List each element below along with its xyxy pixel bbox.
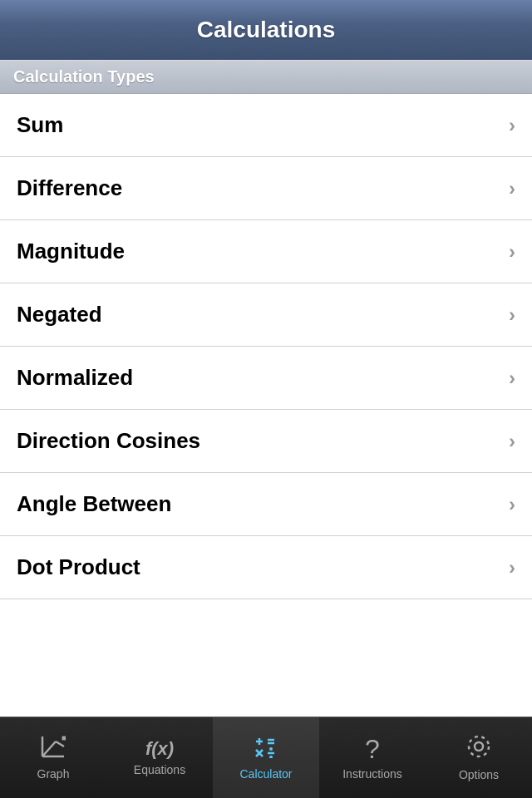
tab-calculator[interactable]: Calculator	[213, 717, 319, 798]
svg-point-13	[269, 747, 273, 751]
list-item-normalized[interactable]: Normalized ›	[0, 347, 532, 410]
list-item-label-angle-between: Angle Between	[17, 491, 171, 517]
chevron-icon-magnitude: ›	[509, 240, 515, 264]
chevron-icon-negated: ›	[509, 303, 515, 327]
tab-equations-label: Equations	[134, 763, 185, 776]
svg-point-14	[269, 756, 273, 758]
options-icon	[466, 734, 491, 763]
page-title: Calculations	[197, 17, 335, 43]
tab-instructions-label: Instructions	[342, 767, 402, 781]
tab-equations[interactable]: f(x) Equations	[106, 717, 213, 798]
app-header: Calculations	[0, 0, 532, 60]
list-item-magnitude[interactable]: Magnitude ›	[0, 220, 532, 283]
list-item-label-direction-cosines: Direction Cosines	[17, 428, 200, 454]
chevron-icon-dot-product: ›	[509, 556, 515, 579]
calculator-icon	[253, 735, 279, 762]
list-item-direction-cosines[interactable]: Direction Cosines ›	[0, 410, 532, 473]
tab-instructions[interactable]: ? Instructions	[319, 717, 426, 798]
list-item-difference[interactable]: Difference ›	[0, 157, 532, 220]
svg-point-15	[475, 742, 483, 751]
chevron-icon-direction-cosines: ›	[509, 430, 515, 453]
svg-line-3	[56, 741, 64, 746]
svg-point-16	[469, 736, 489, 756]
list-item-dot-product[interactable]: Dot Product ›	[0, 536, 532, 599]
calculation-types-list: Sum › Difference › Magnitude › Negated ›…	[0, 94, 532, 599]
list-item-label-magnitude: Magnitude	[17, 239, 125, 264]
tab-graph-label: Graph	[37, 767, 70, 781]
chevron-icon-angle-between: ›	[509, 493, 515, 516]
section-header: Calculation Types	[0, 60, 532, 94]
list-item-label-sum: Sum	[17, 112, 63, 138]
tab-graph[interactable]: Graph	[0, 717, 106, 798]
tab-bar: Graph f(x) Equations Calculator ? In	[0, 717, 532, 798]
chevron-icon-normalized: ›	[509, 367, 515, 390]
list-item-angle-between[interactable]: Angle Between ›	[0, 473, 532, 536]
graph-icon	[41, 735, 66, 762]
list-item-label-normalized: Normalized	[17, 365, 133, 391]
tab-options[interactable]: Options	[426, 717, 532, 798]
section-label: Calculation Types	[13, 67, 155, 86]
list-item-label-dot-product: Dot Product	[17, 554, 140, 580]
list-item-label-difference: Difference	[17, 175, 122, 201]
chevron-icon-difference: ›	[509, 177, 515, 200]
list-item-negated[interactable]: Negated ›	[0, 283, 532, 347]
tab-calculator-label: Calculator	[239, 767, 292, 781]
instructions-icon: ?	[365, 736, 380, 762]
svg-line-2	[42, 741, 56, 756]
tab-options-label: Options	[459, 768, 499, 781]
list-item-sum[interactable]: Sum ›	[0, 94, 532, 157]
chevron-icon-sum: ›	[509, 114, 515, 137]
equations-icon: f(x)	[145, 740, 174, 758]
list-item-label-negated: Negated	[17, 302, 102, 328]
